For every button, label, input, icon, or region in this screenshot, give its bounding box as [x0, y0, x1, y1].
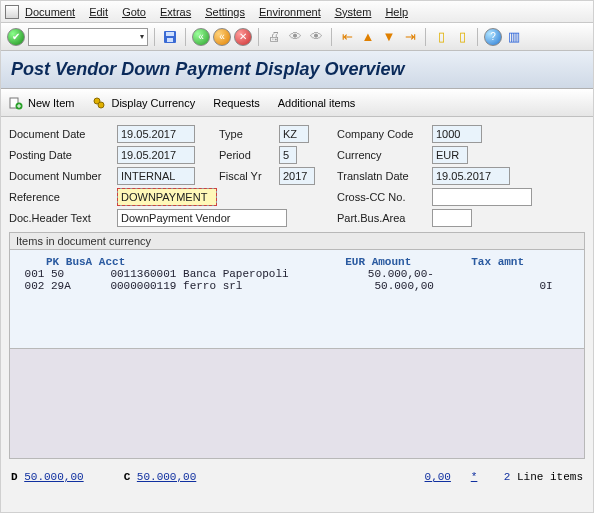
menu-help[interactable]: Help [385, 6, 408, 18]
table-row[interactable]: 002 29A 0000000119 ferro srl 50.000,00 0… [18, 280, 576, 292]
menu-edit[interactable]: Edit [89, 6, 108, 18]
menu-system[interactable]: System [335, 6, 372, 18]
currency-icon [92, 96, 106, 110]
menu-goto[interactable]: Goto [122, 6, 146, 18]
exit-button[interactable]: « [213, 28, 231, 46]
display-currency-label: Display Currency [111, 97, 195, 109]
application-toolbar: New Item Display Currency Requests Addit… [1, 89, 593, 117]
posting-date-field[interactable] [117, 146, 195, 164]
currency-field[interactable] [432, 146, 468, 164]
label-header-text: Doc.Header Text [9, 212, 117, 224]
new-item-icon [9, 96, 23, 110]
debit-total: 50.000,00 [24, 471, 83, 483]
menu-bar: Document Edit Goto Extras Settings Envir… [1, 1, 593, 23]
form-area: Document Date Type Company Code Posting … [1, 117, 593, 463]
menu-document[interactable]: Document [25, 6, 75, 18]
difference-total: 0,00 [425, 471, 451, 483]
cancel-button[interactable]: ✕ [234, 28, 252, 46]
find-next-icon[interactable]: 👁 [307, 28, 325, 46]
requests-button[interactable]: Requests [213, 97, 259, 109]
items-header: PK BusA AcctEUR AmountTax amnt [18, 256, 576, 268]
requests-label: Requests [213, 97, 259, 109]
translation-date-field[interactable] [432, 167, 510, 185]
company-code-field[interactable] [432, 125, 482, 143]
menu-settings[interactable]: Settings [205, 6, 245, 18]
save-icon[interactable] [161, 28, 179, 46]
items-group-title: Items in document currency [9, 232, 585, 249]
svg-point-6 [98, 102, 104, 108]
back-button[interactable]: « [192, 28, 210, 46]
menu-extras[interactable]: Extras [160, 6, 191, 18]
new-session-icon[interactable]: ▯ [432, 28, 450, 46]
new-item-label: New Item [28, 97, 74, 109]
table-row[interactable]: 001 50 0011360001 Banca Paperopoli 50.00… [18, 268, 576, 280]
document-number-field[interactable] [117, 167, 195, 185]
items-panel: PK BusA AcctEUR AmountTax amnt 001 50 00… [9, 249, 585, 349]
standard-toolbar: ✔ ▾ « « ✕ 🖨 👁 👁 ⇤ ▲ ▼ ⇥ ▯ ▯ ? ▥ [1, 23, 593, 51]
credit-total: 50.000,00 [137, 471, 196, 483]
debit-label: D [11, 471, 18, 483]
footer-totals: D 50.000,00 C 50.000,00 0,00 * 2 Line it… [1, 463, 593, 493]
new-item-button[interactable]: New Item [9, 96, 74, 110]
period-field[interactable] [279, 146, 297, 164]
label-translation-date: Translatn Date [337, 170, 432, 182]
cross-cc-field[interactable] [432, 188, 532, 206]
additional-items-label: Additional items [278, 97, 356, 109]
label-part-bus-area: Part.Bus.Area [337, 212, 432, 224]
credit-label: C [124, 471, 131, 483]
layout-menu-icon[interactable]: ▥ [505, 28, 523, 46]
label-posting-date: Posting Date [9, 149, 117, 161]
document-date-field[interactable] [117, 125, 195, 143]
print-icon[interactable]: 🖨 [265, 28, 283, 46]
fiscal-year-field[interactable] [279, 167, 315, 185]
label-document-date: Document Date [9, 128, 117, 140]
last-page-icon[interactable]: ⇥ [401, 28, 419, 46]
label-period: Period [219, 149, 279, 161]
page-title: Post Vendor Down Payment Display Overvie… [1, 51, 593, 89]
label-document-number: Document Number [9, 170, 117, 182]
label-cross-cc: Cross-CC No. [337, 191, 432, 203]
label-fiscal-year: Fiscal Yr [219, 170, 279, 182]
label-type: Type [219, 128, 279, 140]
type-field[interactable] [279, 125, 309, 143]
find-icon[interactable]: 👁 [286, 28, 304, 46]
prev-page-icon[interactable]: ▲ [359, 28, 377, 46]
first-page-icon[interactable]: ⇤ [338, 28, 356, 46]
svg-rect-2 [167, 38, 173, 42]
enter-button[interactable]: ✔ [7, 28, 25, 46]
label-company-code: Company Code [337, 128, 432, 140]
label-currency: Currency [337, 149, 432, 161]
help-icon[interactable]: ? [484, 28, 502, 46]
label-reference: Reference [9, 191, 117, 203]
line-count: 2 [504, 471, 511, 483]
additional-items-button[interactable]: Additional items [278, 97, 356, 109]
svg-rect-1 [166, 32, 174, 36]
command-field[interactable]: ▾ [28, 28, 148, 46]
header-text-field[interactable] [117, 209, 287, 227]
create-shortcut-icon[interactable]: ▯ [453, 28, 471, 46]
footer-star: * [471, 471, 478, 483]
line-count-label: Line items [517, 471, 583, 483]
menu-environment[interactable]: Environment [259, 6, 321, 18]
display-currency-button[interactable]: Display Currency [92, 96, 195, 110]
app-menu-icon[interactable] [5, 5, 19, 19]
next-page-icon[interactable]: ▼ [380, 28, 398, 46]
lower-panel [9, 349, 585, 459]
part-bus-area-field[interactable] [432, 209, 472, 227]
reference-field[interactable] [117, 188, 217, 206]
